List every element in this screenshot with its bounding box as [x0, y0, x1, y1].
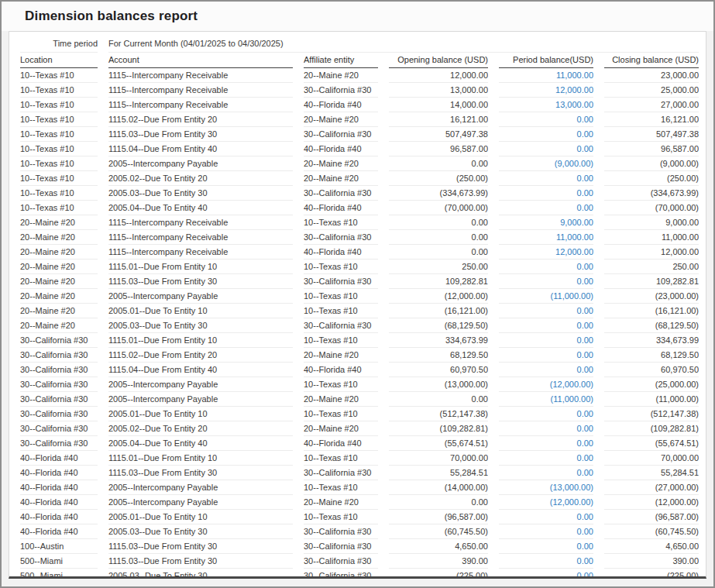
opening-balance-cell: (68,129.50): [389, 318, 488, 333]
time-period-row: Time period For Current Month (04/01/202…: [20, 36, 699, 53]
closing-balance-cell: (55,674.51): [604, 436, 699, 451]
account-cell: 1115.01--Due From Entity 10: [108, 451, 293, 466]
period-balance-link[interactable]: 13,000.00: [499, 98, 593, 112]
account-cell: 2005.02--Due To Entity 20: [108, 421, 293, 436]
period-balance-link[interactable]: (13,000.00): [499, 480, 593, 495]
period-balance-link[interactable]: 0.00: [499, 421, 593, 436]
account-cell: 2005--Intercompany Payable: [108, 156, 293, 171]
affiliate-cell: 40--Florida #40: [304, 245, 378, 260]
location-cell: 20--Maine #20: [20, 289, 98, 304]
opening-balance-cell: 13,000.00: [389, 83, 488, 98]
account-cell: 1115--Intercompany Receivable: [108, 98, 293, 112]
affiliate-cell: 40--Florida #40: [304, 436, 378, 451]
account-cell: 1115.03--Due From Entity 30: [108, 554, 293, 569]
closing-balance-cell: 96,587.00: [604, 142, 699, 156]
period-balance-link[interactable]: 0.00: [499, 260, 593, 274]
account-cell: 1115.03--Due From Entity 30: [108, 539, 293, 554]
closing-balance-cell: (9,000.00): [604, 156, 699, 171]
period-balance-link[interactable]: 0.00: [499, 539, 593, 554]
location-cell: 10--Texas #10: [20, 98, 98, 112]
period-balance-link[interactable]: 9,000.00: [499, 215, 593, 230]
affiliate-cell: 30--California #30: [304, 230, 378, 245]
account-cell: 2005.01--Due To Entity 10: [108, 407, 293, 421]
period-balance-link[interactable]: 0.00: [499, 348, 593, 363]
opening-balance-cell: (14,000.00): [389, 480, 488, 495]
account-cell: 2005.02--Due To Entity 20: [108, 171, 293, 186]
period-balance-link[interactable]: 0.00: [499, 466, 593, 480]
period-balance-link[interactable]: (12,000.00): [499, 377, 593, 392]
period-balance-link[interactable]: 0.00: [499, 304, 593, 318]
table-row: 20--Maine #201115--Intercompany Receivab…: [20, 245, 699, 260]
table-row: 20--Maine #201115--Intercompany Receivab…: [20, 230, 699, 245]
opening-balance-cell: 507,497.38: [389, 127, 488, 142]
account-cell: 2005.03--Due To Entity 30: [108, 186, 293, 201]
affiliate-cell: 10--Texas #10: [304, 260, 378, 274]
table-row: 30--California #301115.02--Due From Enti…: [20, 348, 699, 363]
closing-balance-cell: (250.00): [604, 171, 699, 186]
closing-balance-cell: 4,650.00: [604, 539, 699, 554]
closing-balance-cell: 55,284.51: [604, 466, 699, 480]
period-balance-link[interactable]: 0.00: [499, 318, 593, 333]
period-balance-link[interactable]: (11,000.00): [499, 289, 593, 304]
affiliate-cell: 30--California #30: [304, 539, 378, 554]
table-row: 40--Florida #401115.03--Due From Entity …: [20, 466, 699, 480]
closing-balance-cell: (11,000.00): [604, 392, 699, 407]
table-row: 30--California #302005.04--Due To Entity…: [20, 436, 699, 451]
affiliate-cell: 40--Florida #40: [304, 142, 378, 156]
period-balance-link[interactable]: 0.00: [499, 569, 593, 579]
closing-balance-cell: 12,000.00: [604, 245, 699, 260]
period-balance-link[interactable]: 0.00: [499, 510, 593, 524]
period-balance-link[interactable]: 11,000.00: [499, 230, 593, 245]
period-balance-link[interactable]: 0.00: [499, 171, 593, 186]
period-balance-link[interactable]: 0.00: [499, 127, 593, 142]
period-balance-link[interactable]: 0.00: [499, 274, 593, 289]
time-period-label: Time period: [20, 36, 98, 53]
report-window: Dimension balances report Time period Fo…: [0, 0, 715, 588]
period-balance-link[interactable]: 0.00: [499, 112, 593, 127]
table-row: 10--Texas #102005.04--Due To Entity 4040…: [20, 201, 699, 215]
opening-balance-cell: (70,000.00): [389, 201, 488, 215]
closing-balance-cell: 507,497.38: [604, 127, 699, 142]
location-cell: 10--Texas #10: [20, 142, 98, 156]
affiliate-cell: 20--Maine #20: [304, 495, 378, 510]
closing-balance-cell: (96,587.00): [604, 510, 699, 524]
table-row: 40--Florida #402005--Intercompany Payabl…: [20, 495, 699, 510]
closing-balance-cell: 109,282.81: [604, 274, 699, 289]
period-balance-link[interactable]: 0.00: [499, 363, 593, 377]
table-row: 10--Texas #101115.04--Due From Entity 40…: [20, 142, 699, 156]
period-balance-link[interactable]: 0.00: [499, 436, 593, 451]
affiliate-cell: 30--California #30: [304, 466, 378, 480]
table-row: 500--Miami1115.03--Due From Entity 3030-…: [20, 554, 699, 569]
period-balance-link[interactable]: (11,000.00): [499, 392, 593, 407]
location-cell: 100--Austin: [20, 539, 98, 554]
period-balance-link[interactable]: (9,000.00): [499, 156, 593, 171]
location-cell: 500--Miami: [20, 554, 98, 569]
period-balance-link[interactable]: 0.00: [499, 524, 593, 539]
closing-balance-cell: 9,000.00: [604, 215, 699, 230]
location-cell: 10--Texas #10: [20, 171, 98, 186]
table-row: 20--Maine #202005--Intercompany Payable1…: [20, 289, 699, 304]
period-balance-link[interactable]: 0.00: [499, 333, 593, 348]
period-balance-link[interactable]: 12,000.00: [499, 245, 593, 260]
period-balance-link[interactable]: 0.00: [499, 554, 593, 569]
table-row: 30--California #301115.01--Due From Enti…: [20, 333, 699, 348]
period-balance-link[interactable]: 11,000.00: [499, 68, 593, 83]
period-balance-link[interactable]: 12,000.00: [499, 83, 593, 98]
period-balance-link[interactable]: 0.00: [499, 201, 593, 215]
period-balance-link[interactable]: 0.00: [499, 407, 593, 421]
period-balance-link[interactable]: (12,000.00): [499, 495, 593, 510]
opening-balance-cell: 96,587.00: [389, 142, 488, 156]
period-balance-link[interactable]: 0.00: [499, 142, 593, 156]
closing-balance-cell: 68,129.50: [604, 348, 699, 363]
period-balance-link[interactable]: 0.00: [499, 186, 593, 201]
location-cell: 40--Florida #40: [20, 524, 98, 539]
account-cell: 1115.01--Due From Entity 10: [108, 260, 293, 274]
period-balance-link[interactable]: 0.00: [499, 451, 593, 466]
closing-balance-cell: 60,970.50: [604, 363, 699, 377]
account-cell: 2005--Intercompany Payable: [108, 392, 293, 407]
affiliate-cell: 30--California #30: [304, 524, 378, 539]
table-row: 40--Florida #402005.03--Due To Entity 30…: [20, 524, 699, 539]
opening-balance-cell: (334,673.99): [389, 186, 488, 201]
affiliate-cell: 20--Maine #20: [304, 112, 378, 127]
location-cell: 40--Florida #40: [20, 466, 98, 480]
